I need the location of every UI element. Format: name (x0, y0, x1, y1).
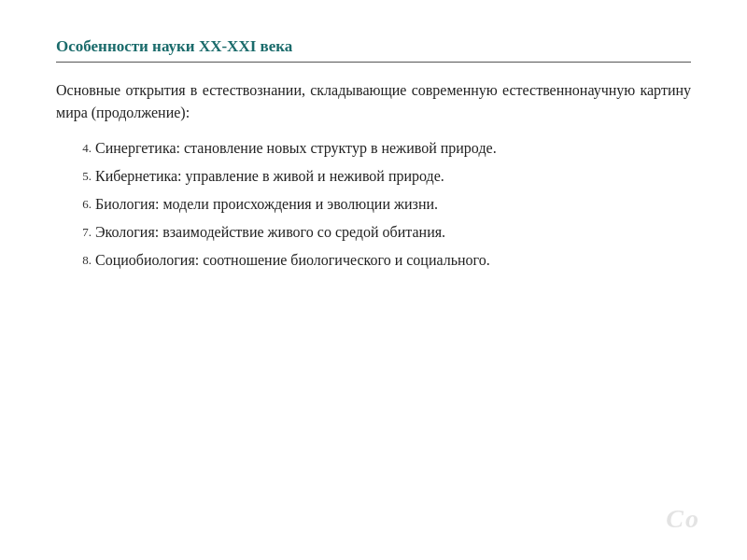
list-item-text: Биология: модели происхождения и эволюци… (95, 193, 691, 216)
list-item-text: Социобиология: соотношение биологическог… (95, 249, 691, 272)
list-item: 8.Социобиология: соотношение биологическ… (65, 249, 691, 272)
title-divider (56, 62, 691, 63)
list-item-text: Экология: взаимодействие живого со средо… (95, 221, 691, 244)
list-item-number: 5. (65, 165, 92, 186)
title-section: Особенности науки XX-XXI века (56, 37, 691, 63)
list-item: 6.Биология: модели происхождения и эволю… (65, 193, 691, 216)
list-item-number: 4. (65, 137, 92, 158)
list-item-number: 8. (65, 249, 92, 270)
page: Особенности науки XX-XXI века Основные о… (0, 0, 747, 560)
watermark: Co (666, 504, 700, 534)
list-item-number: 6. (65, 193, 92, 214)
items-list: 4.Синергетика: становление новых структу… (65, 137, 691, 272)
list-container: 4.Синергетика: становление новых структу… (56, 137, 691, 272)
list-item: 4.Синергетика: становление новых структу… (65, 137, 691, 160)
slide-title: Особенности науки XX-XXI века (56, 37, 691, 56)
list-item-text: Синергетика: становление новых структур … (95, 137, 691, 160)
list-item: 7.Экология: взаимодействие живого со сре… (65, 221, 691, 244)
list-item-number: 7. (65, 221, 92, 242)
list-item: 5.Кибернетика: управление в живой и нежи… (65, 165, 691, 188)
intro-paragraph: Основные открытия в естествознании, скла… (56, 79, 691, 124)
list-item-text: Кибернетика: управление в живой и неживо… (95, 165, 691, 188)
